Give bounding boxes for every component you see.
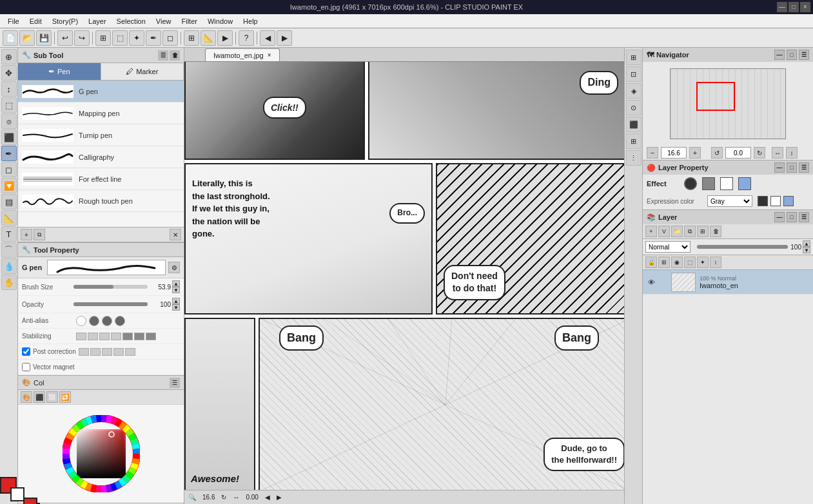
titlebar-controls[interactable]: — □ × (777, 2, 810, 12)
brush-size-value-control[interactable]: 53.9 ▲ ▼ (150, 280, 180, 293)
navigator-thumb-area[interactable] (643, 62, 813, 146)
layer-ctrl-merge-down[interactable]: ⊞ (697, 226, 709, 237)
layer-ctrl-new-raster[interactable]: + (645, 226, 657, 237)
aa-dot-2[interactable] (102, 316, 112, 326)
navigator-expand[interactable]: □ (787, 50, 797, 60)
status-icon-1[interactable]: ◀ (265, 494, 270, 501)
left-tool-select-layer[interactable]: ↕ (1, 81, 17, 97)
menu-layer[interactable]: Layer (83, 16, 112, 26)
layer-item-0[interactable]: 👁 100 % Normal Iwamoto_en (643, 270, 813, 295)
effect-circle-toggle[interactable] (684, 177, 697, 190)
left-tool-gradient[interactable]: ▤ (1, 194, 17, 209)
brush-size-slider[interactable] (73, 285, 148, 289)
color-panel-menu[interactable]: ☰ (170, 378, 180, 388)
pen-tool-button[interactable]: ✒ (146, 30, 161, 46)
navigator-minimize[interactable]: — (774, 50, 785, 60)
layer-panel-menu[interactable]: ☰ (799, 212, 809, 222)
stab-0[interactable] (76, 333, 86, 340)
nav-zoom-out[interactable]: − (647, 147, 658, 159)
vector-magnet-checkbox[interactable] (22, 363, 30, 371)
effect-swatch-white[interactable] (720, 177, 733, 190)
navigator-menu[interactable]: ☰ (799, 50, 809, 60)
subtool-copy-icon[interactable]: ⧉ (34, 229, 45, 240)
zoom-icon[interactable]: 🔍 (188, 494, 196, 501)
layer-ctrl-delete[interactable]: 🗑 (710, 226, 721, 237)
layer-opacity-down[interactable]: ▼ (803, 247, 810, 253)
brush-item-gpen[interactable]: G pen (18, 81, 184, 102)
layer-panel-minimize[interactable]: — (774, 212, 785, 222)
timeline-button[interactable]: ▶ (217, 30, 233, 46)
opacity-value-control[interactable]: 100 ▲ ▼ (150, 298, 180, 311)
fg-swatch[interactable] (23, 498, 37, 504)
right-icon-6[interactable]: ⊞ (626, 133, 642, 149)
post-correction-checkbox[interactable] (22, 347, 30, 356)
pen-tab[interactable]: ✒ Pen (18, 63, 101, 80)
menu-story[interactable]: Story(P) (47, 16, 83, 26)
nav-flip-h[interactable]: ↔ (772, 147, 783, 159)
erase-button[interactable]: ◻ (162, 30, 178, 46)
layer-ctrl-icon6[interactable]: ↕ (710, 257, 721, 268)
expr-color-sq-white[interactable] (770, 196, 781, 206)
brush-item-calligraphy[interactable]: Calligraphy (18, 146, 184, 168)
next-panel-button[interactable]: ▶ (277, 30, 292, 46)
stab-4[interactable] (122, 333, 133, 340)
right-icon-3[interactable]: ◈ (626, 83, 642, 99)
stab-2[interactable] (99, 333, 110, 340)
color-wheel-svg[interactable] (63, 415, 140, 492)
right-icon-2[interactable]: ⊡ (626, 66, 642, 82)
close-button[interactable]: × (800, 2, 810, 12)
brush-item-rough[interactable]: Rough touch pen (18, 190, 184, 212)
right-icon-7[interactable]: ⋮ (626, 150, 642, 166)
layer-opacity-up[interactable]: ▲ (803, 240, 810, 247)
subtool-trash-icon[interactable]: 🗑 (170, 50, 180, 61)
nav-flip-v[interactable]: ↕ (786, 147, 798, 159)
save-button[interactable]: 💾 (36, 30, 52, 46)
opacity-slider[interactable] (73, 302, 148, 306)
layer-ctrl-copy[interactable]: ⧉ (684, 226, 696, 237)
ruler-button[interactable]: 📐 (201, 30, 216, 46)
left-tool-zoom[interactable]: ⊕ (1, 49, 17, 64)
nav-angle-input[interactable] (725, 147, 751, 159)
subtool-add-icon[interactable]: + (21, 229, 32, 240)
color-icon-2[interactable]: ⬛ (34, 391, 45, 403)
color-icon-3[interactable]: ⬜ (46, 391, 58, 403)
status-icon-2[interactable]: ▶ (277, 494, 282, 501)
post-block-4[interactable] (125, 348, 135, 356)
left-tool-lasso[interactable]: ⌾ (1, 113, 17, 129)
aa-dot-3[interactable] (115, 316, 125, 326)
layer-ctrl-icon4[interactable]: ⬚ (684, 257, 696, 268)
post-block-2[interactable] (102, 348, 112, 356)
maximize-button[interactable]: □ (789, 2, 799, 12)
prev-panel-button[interactable]: ◀ (260, 30, 275, 46)
layer-ctrl-icon3[interactable]: ◉ (671, 257, 683, 268)
left-tool-ruler[interactable]: 📐 (1, 210, 17, 226)
canvas-tab-main[interactable]: Iwamoto_en.jpg × (205, 48, 280, 61)
brush-item-effect-line[interactable]: For effect line (18, 168, 184, 190)
undo-button[interactable]: ↩ (57, 30, 73, 46)
brush-size-down[interactable]: ▼ (172, 287, 180, 293)
brush-item-mapping[interactable]: Mapping pen (18, 102, 184, 124)
layer-prop-expand[interactable]: □ (787, 162, 797, 173)
menu-view[interactable]: View (151, 16, 177, 26)
navigator-thumbnail[interactable] (670, 68, 786, 139)
right-icon-1[interactable]: ⊞ (626, 50, 642, 65)
select-button[interactable]: ⬚ (112, 30, 128, 46)
left-tool-auto-select[interactable]: ⬛ (1, 130, 17, 145)
left-tool-fill[interactable]: 🔽 (1, 178, 17, 193)
opacity-down[interactable]: ▼ (172, 304, 180, 311)
nav-rotate-cw[interactable]: ↻ (754, 147, 765, 159)
post-block-1[interactable] (90, 348, 101, 356)
stab-6[interactable] (146, 333, 156, 340)
expr-color-sq-dark[interactable] (758, 196, 768, 206)
canvas-viewport[interactable]: Click!! Ding Literally, this isthe last … (184, 62, 624, 490)
layer-lock-0[interactable] (659, 277, 669, 287)
layer-ctrl-folder[interactable]: 📁 (671, 226, 683, 237)
right-icon-4[interactable]: ⊙ (626, 100, 642, 115)
left-tool-move[interactable]: ✥ (1, 65, 17, 81)
stab-1[interactable] (88, 333, 98, 340)
brush-size-up[interactable]: ▲ (172, 280, 180, 287)
layer-eye-0[interactable]: 👁 (645, 276, 657, 288)
left-tool-selection[interactable]: ⬚ (1, 97, 17, 113)
post-block-3[interactable] (113, 348, 124, 356)
menu-help[interactable]: Help (238, 16, 263, 26)
